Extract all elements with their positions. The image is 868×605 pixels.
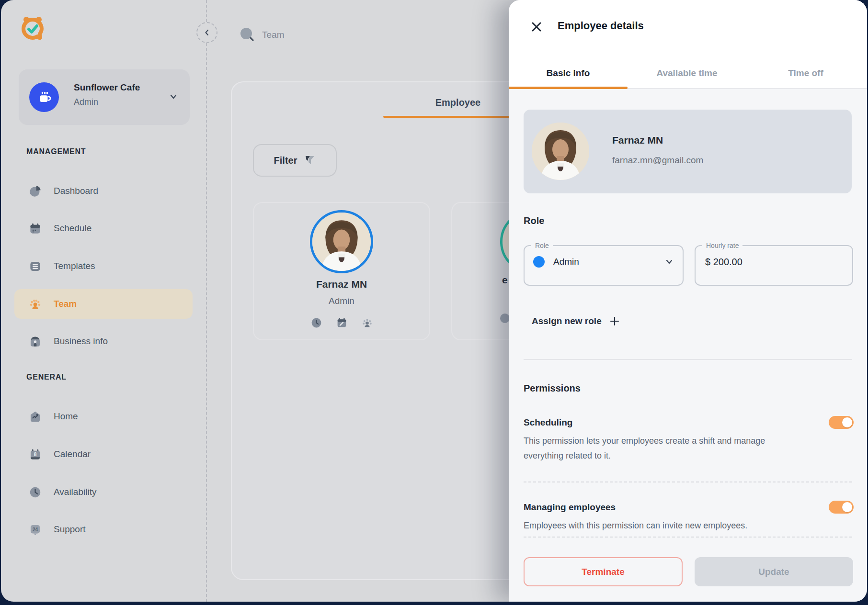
calendar-badge-icon: 8 — [29, 448, 42, 461]
sidebar-item-label: Dashboard — [54, 186, 98, 196]
breadcrumb[interactable]: Team — [239, 27, 284, 43]
toggle-knob — [842, 502, 852, 512]
hourly-rate-label: Hourly rate — [702, 242, 742, 249]
sidebar-item-label: Business info — [54, 336, 108, 347]
employee-card-partial-name: e — [502, 274, 508, 286]
desktop-background: Sunflower Cafe Admin MANAGEMENT Dashboar… — [0, 0, 868, 605]
chevron-left-icon — [203, 29, 211, 36]
sidebar-item-dashboard[interactable]: Dashboard — [14, 176, 193, 206]
coffee-cup-icon — [37, 90, 51, 104]
sidebar-item-availability[interactable]: Availability — [14, 477, 193, 507]
collapse-sidebar-button[interactable] — [196, 22, 217, 43]
permission-managing-toggle[interactable] — [829, 501, 854, 514]
tab-time-off[interactable]: Time off — [746, 68, 865, 78]
permission-divider — [524, 482, 852, 482]
profile-name: Farnaz MN — [612, 134, 663, 146]
permissions-heading: Permissions — [524, 383, 581, 394]
support-badge-text: 24 — [33, 527, 38, 532]
assign-new-role-label: Assign new role — [532, 316, 602, 326]
role-section-heading: Role — [524, 215, 544, 226]
sidebar-item-schedule[interactable]: Schedule — [14, 213, 193, 243]
sidebar-item-support[interactable]: 24 Support — [14, 515, 193, 544]
sidebar-item-business-info[interactable]: Business info — [14, 326, 193, 356]
chevron-down-icon — [169, 92, 178, 101]
team-members-icon[interactable] — [361, 317, 373, 329]
breadcrumb-label: Team — [262, 30, 284, 40]
filter-button-label: Filter — [274, 155, 297, 166]
workspace-role: Admin — [74, 97, 98, 107]
sidebar-item-calendar[interactable]: 8 Calendar — [14, 439, 193, 469]
workspace-selector[interactable]: Sunflower Cafe Admin — [19, 69, 190, 125]
employee-card-partial-icon — [500, 314, 510, 323]
support-badge-icon: 24 — [29, 523, 42, 536]
sidebar-item-label: Team — [54, 299, 77, 309]
profile-avatar — [532, 123, 589, 180]
permission-managing-title: Managing employees — [524, 502, 616, 513]
availability-clock-icon[interactable] — [310, 317, 322, 329]
permission-divider — [524, 537, 852, 538]
pie-chart-icon — [29, 185, 42, 198]
update-button[interactable]: Update — [695, 557, 853, 586]
tab-basic-info-underline — [509, 87, 628, 89]
employee-details-panel: Employee details Basic info Available ti… — [509, 0, 867, 602]
assign-new-role-button[interactable]: Assign new role — [532, 316, 620, 326]
permission-scheduling-toggle[interactable] — [829, 416, 854, 429]
business-icon — [29, 335, 42, 348]
role-select[interactable]: Role Admin — [524, 242, 684, 286]
tab-available-time[interactable]: Available time — [628, 68, 746, 78]
employee-avatar-photo — [312, 213, 371, 271]
employee-card-name: Farnaz MN — [254, 279, 429, 290]
hourly-rate-value: $ 200.00 — [705, 257, 742, 268]
sidebar-section-management: MANAGEMENT — [26, 147, 86, 156]
panel-title: Employee details — [558, 20, 644, 32]
role-select-value: Admin — [553, 257, 579, 267]
sidebar-section-general: GENERAL — [26, 373, 67, 381]
clock-icon — [29, 486, 42, 499]
workspace-avatar — [29, 82, 59, 112]
terminate-button[interactable]: Terminate — [524, 557, 683, 586]
chevron-down-icon — [664, 257, 674, 267]
hourly-rate-input[interactable]: Hourly rate $ 200.00 — [695, 242, 853, 286]
sidebar-item-label: Support — [54, 524, 86, 535]
calendar-badge-text: 8 — [34, 452, 37, 457]
sidebar-divider — [206, 0, 207, 602]
sidebar-item-label: Calendar — [54, 449, 91, 459]
employee-card-actions — [254, 317, 429, 329]
permission-scheduling-title: Scheduling — [524, 417, 572, 428]
close-icon[interactable] — [529, 20, 544, 34]
app-window: Sunflower Cafe Admin MANAGEMENT Dashboar… — [1, 0, 867, 602]
templates-icon — [29, 260, 42, 273]
sidebar-item-label: Home — [54, 411, 78, 422]
profile-email: farnaz.mn@gmail.com — [612, 155, 703, 166]
tab-basic-info[interactable]: Basic info — [509, 68, 628, 78]
employee-card-farnaz[interactable]: Farnaz MN Admin — [253, 202, 430, 340]
funnel-icon — [304, 155, 316, 166]
sidebar-item-home[interactable]: Home — [14, 402, 193, 431]
employee-avatar-ring — [310, 210, 373, 273]
edit-schedule-icon[interactable] — [336, 317, 348, 329]
plus-icon — [609, 316, 620, 326]
role-color-dot — [533, 256, 545, 268]
sidebar: Sunflower Cafe Admin MANAGEMENT Dashboar… — [1, 0, 206, 602]
permission-scheduling-description: This permission lets your employees crea… — [524, 434, 801, 463]
sidebar-item-label: Schedule — [54, 223, 91, 234]
brand-logo-alarm-check-icon — [20, 15, 45, 41]
team-icon — [29, 298, 42, 311]
role-select-label: Role — [531, 242, 553, 249]
sidebar-item-templates[interactable]: Templates — [14, 251, 193, 281]
home-icon — [29, 410, 42, 423]
employee-card-role: Admin — [254, 296, 429, 306]
permission-managing-description: Employees with this permission can invit… — [524, 518, 801, 533]
filter-button[interactable]: Filter — [253, 144, 337, 177]
profile-avatar-photo — [532, 123, 589, 180]
search-icon — [239, 27, 255, 43]
section-divider — [524, 359, 852, 360]
sidebar-item-label: Templates — [54, 261, 95, 271]
sidebar-item-team[interactable]: Team — [14, 289, 193, 319]
sidebar-item-label: Availability — [54, 487, 96, 497]
toggle-knob — [842, 417, 852, 427]
calendar-icon — [29, 222, 42, 235]
workspace-name: Sunflower Cafe — [74, 82, 140, 93]
